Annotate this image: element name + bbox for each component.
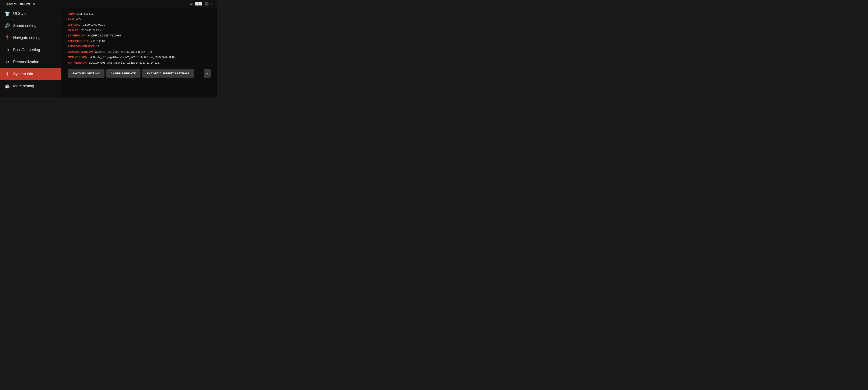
factory-setting-button[interactable]: FACTORY SETTING bbox=[68, 69, 104, 78]
screenshot-icon: ⧉ bbox=[33, 2, 35, 5]
backcar-icon: ⊙ bbox=[4, 47, 10, 52]
wifi-mac-value: 02:00:00:00:00:00 bbox=[83, 23, 105, 27]
status-right: ◎ ⬜⬜ ⬛ ↩ bbox=[190, 2, 214, 5]
ram-label: RAM: bbox=[68, 18, 75, 22]
sidebar-label-backcar-setting: BackCar setting bbox=[13, 48, 40, 52]
action-buttons: FACTORY SETTING CANBUS UPDATE EXPORT CUR… bbox=[68, 69, 211, 78]
canbus-version-value: C83xNBT_09_0003_N3135(231114)_JDF_TM bbox=[95, 50, 152, 54]
android-date-label: ANDROID DATE: bbox=[68, 39, 90, 43]
mcu-version-row: MCU VERSION: ML0-mtk_C01_wgz01a-zZzzWY_W… bbox=[68, 55, 211, 59]
ram-value: 4 G bbox=[76, 18, 81, 22]
sidebar-item-navigate-setting[interactable]: 📍 Navigate setting bbox=[0, 32, 61, 44]
status-bar: Original car 4:52 PM ⧉ ◎ ⬜⬜ ⬛ ↩ bbox=[0, 0, 217, 8]
split-screen-icon: ⬜⬜ bbox=[195, 2, 203, 5]
rom-value: 50.33 G/64 G bbox=[76, 12, 93, 16]
sidebar-item-personalization[interactable]: ⚙ Personalization bbox=[0, 56, 61, 68]
car-label: Original car bbox=[3, 2, 18, 5]
canbus-version-row: CANBUS VERSION: C83xNBT_09_0003_N3135(23… bbox=[68, 50, 211, 54]
bt-mac-label: BT MAC: bbox=[68, 28, 80, 32]
sidebar-item-sound-setting[interactable]: 🔊 Sound setting bbox=[0, 20, 61, 32]
ram-row: RAM: 4 G bbox=[68, 18, 211, 22]
bt-version-value: GOCRF/D4.78G5.7/230919 bbox=[87, 33, 121, 38]
sidebar-label-navigate-setting: Navigate setting bbox=[13, 36, 40, 40]
system-info-icon: ℹ bbox=[4, 71, 10, 77]
rom-row: ROM: 50.33 G/64 G bbox=[68, 12, 211, 16]
bt-mac-row: BT MAC: 02:0d:96:79:22:e1 bbox=[68, 28, 211, 32]
mcu-version-label: MCU VERSION: bbox=[68, 55, 88, 59]
navigate-icon: 📍 bbox=[4, 35, 10, 40]
back-icon[interactable]: ↩ bbox=[211, 2, 214, 5]
main-content: 👕 UI Style 🔊 Sound setting 📍 Navigate se… bbox=[0, 8, 217, 97]
clock: 4:52 PM bbox=[20, 2, 30, 5]
app-version-value: ZQ9109_C01_GA6_OSU-BBA-13-EN-D_2023-12-1… bbox=[89, 61, 161, 65]
sidebar-label-sound-setting: Sound setting bbox=[13, 24, 36, 28]
wifi-mac-label: WIFI MAC: bbox=[68, 23, 82, 27]
bt-mac-value: 02:0d:96:79:22:e1 bbox=[81, 28, 103, 32]
android-version-label: ANDROID VERSION: bbox=[68, 44, 95, 49]
app-version-row: APP VERSION: ZQ9109_C01_GA6_OSU-BBA-13-E… bbox=[68, 61, 211, 65]
location-icon: ◎ bbox=[190, 2, 193, 5]
menu-icon-button[interactable]: ≡ bbox=[204, 69, 211, 78]
sidebar-item-ui-style[interactable]: 👕 UI Style bbox=[0, 8, 61, 20]
personalization-icon: ⚙ bbox=[4, 59, 10, 64]
rom-label: ROM: bbox=[68, 12, 75, 16]
sidebar-item-backcar-setting[interactable]: ⊙ BackCar setting bbox=[0, 44, 61, 56]
sidebar-label-ui-style: UI Style bbox=[13, 11, 27, 16]
android-version-row: ANDROID VERSION: 13 bbox=[68, 44, 211, 49]
export-settings-button[interactable]: EXPORT CURRENT SETTINGS bbox=[142, 69, 194, 78]
sidebar-label-more-setting: More setting bbox=[13, 84, 34, 88]
sidebar: 👕 UI Style 🔊 Sound setting 📍 Navigate se… bbox=[0, 8, 61, 97]
status-left: Original car 4:52 PM ⧉ bbox=[3, 2, 35, 5]
canbus-update-button[interactable]: CANBUS UPDATE bbox=[106, 69, 141, 78]
sidebar-label-personalization: Personalization bbox=[13, 60, 39, 64]
sidebar-item-more-setting[interactable]: 🤖 More setting bbox=[0, 80, 61, 92]
sidebar-item-system-info[interactable]: ℹ System info bbox=[0, 68, 61, 80]
main-screen: Original car 4:52 PM ⧉ ◎ ⬜⬜ ⬛ ↩ 👕 UI Sty… bbox=[0, 0, 217, 97]
ui-style-icon: 👕 bbox=[4, 11, 10, 16]
app-version-label: APP VERSION: bbox=[68, 61, 88, 65]
more-setting-icon: 🤖 bbox=[4, 84, 10, 89]
android-date-row: ANDROID DATE: 2312141138 bbox=[68, 39, 211, 43]
bt-version-row: BT VERSION: GOCRF/D4.78G5.7/230919 bbox=[68, 33, 211, 38]
wifi-mac-row: WIFI MAC: 02:00:00:00:00:00 bbox=[68, 23, 211, 27]
mcu-version-value: ML0-mtk_C01_wgz01a-zZzzWY_WY-CC568091-8A… bbox=[89, 55, 175, 59]
canbus-version-label: CANBUS VERSION: bbox=[68, 50, 94, 54]
sound-icon: 🔊 bbox=[4, 23, 10, 28]
android-version-value: 13 bbox=[96, 44, 99, 49]
android-date-value: 2312141138 bbox=[91, 39, 106, 43]
sidebar-label-system-info: System info bbox=[13, 72, 33, 76]
bt-version-label: BT VERSION: bbox=[68, 33, 86, 38]
window-icon: ⬛ bbox=[205, 2, 209, 5]
system-info-panel: ROM: 50.33 G/64 G RAM: 4 G WIFI MAC: 02:… bbox=[61, 8, 217, 97]
